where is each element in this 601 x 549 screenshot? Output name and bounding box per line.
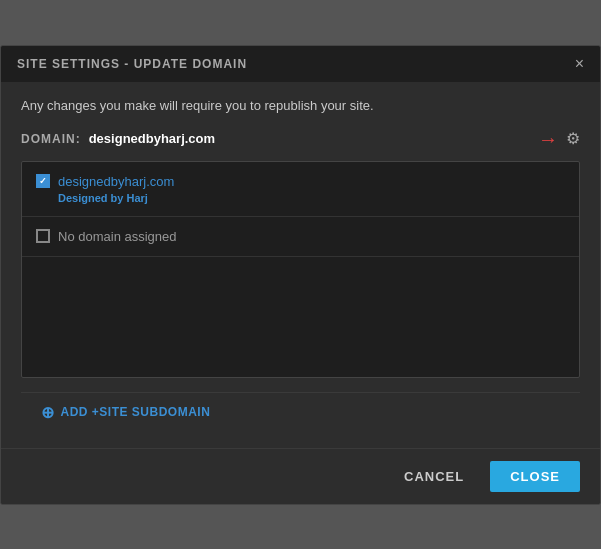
gear-icon[interactable]: ⚙ <box>566 129 580 148</box>
header-close-button[interactable]: × <box>575 56 584 72</box>
domain-list: designedbyharj.com Designed by Harj No d… <box>21 161 580 378</box>
modal-header: SITE SETTINGS - UPDATE DOMAIN × <box>1 46 600 82</box>
domain-label: DOMAIN: <box>21 132 81 146</box>
cancel-button[interactable]: CANCEL <box>388 461 480 492</box>
add-subdomain-button[interactable]: ⊕ ADD +SITE SUBDOMAIN <box>21 392 580 432</box>
arrow-gear-group: → ⚙ <box>538 129 580 149</box>
checkbox-unchecked-icon[interactable] <box>36 229 50 243</box>
modal-body: Any changes you make will require you to… <box>1 82 600 448</box>
info-text: Any changes you make will require you to… <box>21 98 580 113</box>
modal-title: SITE SETTINGS - UPDATE DOMAIN <box>17 57 247 71</box>
domain-item-unchecked-row: No domain assigned <box>36 229 565 244</box>
no-domain-text: No domain assigned <box>58 229 177 244</box>
arrow-right-icon: → <box>538 129 558 149</box>
domain-link-checked[interactable]: designedbyharj.com <box>58 174 174 189</box>
domain-subtitle: Designed by Harj <box>58 192 565 204</box>
domain-item-checked[interactable]: designedbyharj.com Designed by Harj <box>22 162 579 217</box>
add-subdomain-label: ADD +SITE SUBDOMAIN <box>61 405 211 419</box>
domain-row: DOMAIN: designedbyharj.com → ⚙ <box>21 129 580 149</box>
modal-dialog: SITE SETTINGS - UPDATE DOMAIN × Any chan… <box>0 45 601 505</box>
domain-list-spacer <box>22 257 579 377</box>
modal-footer: CANCEL CLOSE <box>1 448 600 504</box>
close-button[interactable]: CLOSE <box>490 461 580 492</box>
plus-circle-icon: ⊕ <box>41 403 55 422</box>
domain-value: designedbyharj.com <box>89 131 215 146</box>
domain-item-unchecked[interactable]: No domain assigned <box>22 217 579 257</box>
checkbox-checked-icon[interactable] <box>36 174 50 188</box>
domain-item-checked-row: designedbyharj.com <box>36 174 565 189</box>
